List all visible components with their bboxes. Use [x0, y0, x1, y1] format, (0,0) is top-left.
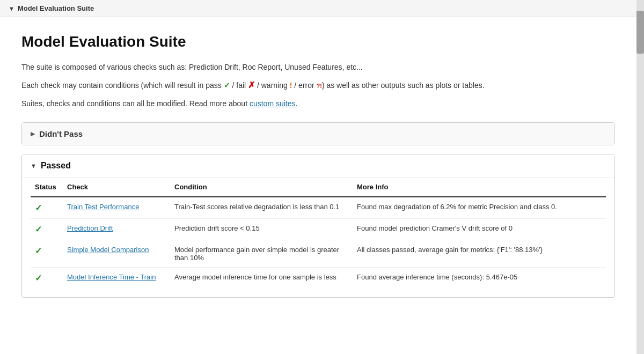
row-condition: Model performance gain over simple model… [170, 240, 353, 268]
row-more-info: Found average inference time (seconds): … [353, 268, 606, 289]
row-condition: Average model inference time for one sam… [170, 268, 353, 289]
passed-label: Passed [41, 161, 71, 171]
row-check[interactable]: Prediction Drift [63, 219, 170, 240]
passed-section: ▼ Passed Status Check Condition More Inf… [21, 154, 615, 298]
table-row: ✓Simple Model ComparisonModel performanc… [31, 240, 606, 268]
row-status: ✓ [31, 219, 63, 240]
status-check-icon: ✓ [35, 274, 42, 283]
row-status: ✓ [31, 197, 63, 219]
col-header-status: Status [31, 178, 63, 197]
table-row: ✓Train Test PerformanceTrain-Test scores… [31, 197, 606, 219]
row-more-info: Found max degradation of 6.2% for metric… [353, 197, 606, 219]
desc3-prefix: Suites, checks and conditions can all be… [21, 99, 250, 108]
row-check[interactable]: Simple Model Comparison [63, 240, 170, 268]
tree-header-title: Model Evaluation Suite [18, 4, 94, 12]
desc2-suffix: ) as well as other outputs such as plots… [322, 81, 485, 90]
description-3: Suites, checks and conditions can all be… [21, 98, 615, 109]
row-check[interactable]: Model Inference Time - Train [63, 268, 170, 289]
desc2-prefix: Each check may contain conditions (which… [21, 81, 224, 90]
check-link[interactable]: Train Test Performance [67, 203, 139, 211]
pass-icon: ✓ [224, 81, 230, 90]
description-1: The suite is composed of various checks … [21, 61, 615, 73]
check-link[interactable]: Prediction Drift [67, 224, 113, 232]
row-condition: Prediction drift score < 0.15 [170, 219, 353, 240]
didnt-pass-header[interactable]: ▶ Didn't Pass [22, 123, 614, 145]
passed-header[interactable]: ▼ Passed [22, 154, 614, 178]
scrollbar-thumb[interactable] [636, 11, 644, 54]
status-check-icon: ✓ [35, 246, 42, 255]
row-condition: Train-Test scores relative degradation i… [170, 197, 353, 219]
col-header-moreinfo: More Info [353, 178, 606, 197]
tree-header-arrow: ▼ [9, 5, 14, 12]
didnt-pass-section: ▶ Didn't Pass [21, 122, 615, 145]
custom-suites-link[interactable]: custom suites [250, 99, 296, 108]
check-link[interactable]: Model Inference Time - Train [67, 273, 156, 281]
tree-header[interactable]: ▼ Model Evaluation Suite [0, 0, 636, 17]
row-check[interactable]: Train Test Performance [63, 197, 170, 219]
row-status: ✓ [31, 240, 63, 268]
didnt-pass-arrow: ▶ [31, 130, 35, 137]
table-row: ✓Model Inference Time - TrainAverage mod… [31, 268, 606, 289]
col-header-check: Check [63, 178, 170, 197]
didnt-pass-label: Didn't Pass [39, 129, 83, 138]
passed-arrow: ▼ [31, 163, 36, 169]
fail-icon: ✗ [248, 80, 255, 90]
table-row: ✓Prediction DriftPrediction drift score … [31, 219, 606, 240]
row-more-info: Found model prediction Cramer's V drift … [353, 219, 606, 240]
status-check-icon: ✓ [35, 203, 42, 212]
col-header-condition: Condition [170, 178, 353, 197]
desc2-mid3: / error [292, 81, 316, 90]
status-check-icon: ✓ [35, 225, 42, 234]
description-2: Each check may contain conditions (which… [21, 78, 615, 92]
error-icon: ?! [316, 83, 321, 89]
desc2-mid1: / fail [230, 81, 248, 90]
checks-table-container: Status Check Condition More Info ✓Train … [22, 178, 614, 297]
desc2-mid2: / warning [255, 81, 290, 90]
check-link[interactable]: Simple Model Comparison [67, 246, 149, 254]
scrollbar[interactable] [636, 0, 644, 354]
checks-table: Status Check Condition More Info ✓Train … [31, 178, 606, 289]
page-title: Model Evaluation Suite [21, 33, 615, 50]
row-more-info: All classes passed, average gain for met… [353, 240, 606, 268]
row-status: ✓ [31, 268, 63, 289]
desc3-suffix: . [296, 99, 298, 108]
